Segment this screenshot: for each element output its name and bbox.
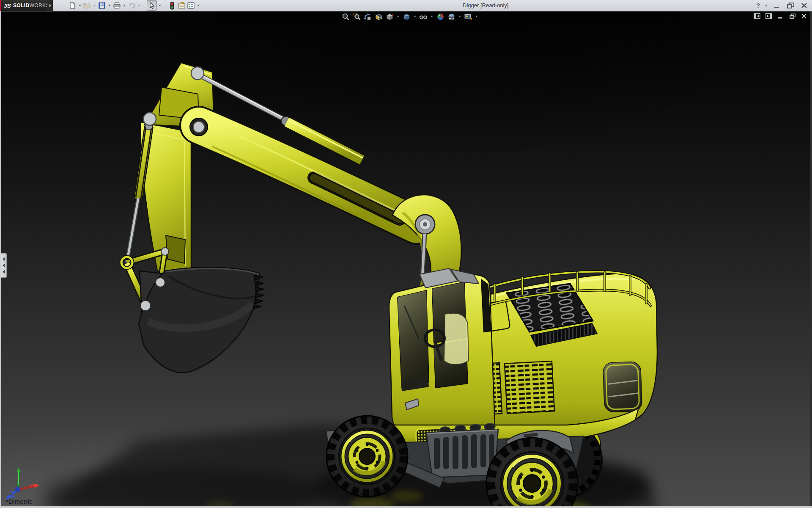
main-boom-arm <box>199 125 417 237</box>
zoom-to-area-icon[interactable] <box>352 12 361 21</box>
display-style-dropdown[interactable] <box>413 12 417 21</box>
view-orientation-icon[interactable] <box>385 12 394 21</box>
view-orientation-dropdown[interactable] <box>396 12 400 21</box>
document-title: Digger [Read-only] <box>463 2 508 8</box>
graphics-viewport[interactable]: *Dimetric <box>0 11 812 508</box>
3ds-logo-mark: 3S <box>3 3 11 9</box>
brand-bold: SOLID <box>13 3 30 8</box>
restore-button[interactable] <box>785 1 796 10</box>
help-button[interactable]: ? <box>755 2 761 9</box>
model-close-icon[interactable] <box>801 13 808 19</box>
save-document-button[interactable] <box>97 1 107 10</box>
boom-assembly[interactable] <box>121 63 461 305</box>
select-tool-button[interactable] <box>147 0 157 11</box>
excavator-model[interactable] <box>0 0 812 508</box>
close-button[interactable] <box>798 1 809 10</box>
side-vent-right <box>505 361 554 414</box>
new-document-button[interactable] <box>68 1 77 10</box>
window-controls: ? <box>755 0 809 11</box>
feature-pane-collapsed-tab[interactable] <box>1 253 7 278</box>
window-frame-left <box>0 11 1 508</box>
options-button[interactable] <box>186 1 195 10</box>
display-style-icon[interactable] <box>402 12 411 21</box>
apex-left-pin <box>143 113 156 125</box>
new-document-dropdown[interactable] <box>77 1 82 10</box>
view-settings-dropdown[interactable] <box>475 12 479 21</box>
edit-appearance-icon[interactable] <box>436 12 445 21</box>
hide-show-items-dropdown[interactable] <box>430 12 434 21</box>
apply-scene-dropdown[interactable] <box>458 12 462 21</box>
print-document-button[interactable] <box>112 1 121 10</box>
headsup-view-toolbar <box>341 12 479 21</box>
hide-show-items-icon[interactable] <box>419 12 428 21</box>
model-restore-icon[interactable] <box>789 13 796 19</box>
title-bar: 3S SOLIDWORKS <box>0 0 812 11</box>
model-window-controls <box>753 13 808 19</box>
save-document-dropdown[interactable] <box>107 1 112 10</box>
zoom-to-fit-icon[interactable] <box>341 12 350 21</box>
apply-scene-icon[interactable] <box>447 12 456 21</box>
print-document-dropdown[interactable] <box>121 1 127 10</box>
options-dropdown[interactable] <box>195 1 201 10</box>
help-dropdown[interactable] <box>763 1 769 10</box>
minimize-button[interactable] <box>771 1 782 10</box>
standard-toolbar <box>68 1 201 10</box>
window-frame-bottom <box>0 506 812 508</box>
cab <box>389 268 495 428</box>
model-minimize-icon[interactable] <box>777 13 784 19</box>
undo-button[interactable] <box>127 1 136 10</box>
file-properties-button[interactable] <box>177 1 186 10</box>
toggle-display-pane-icon[interactable] <box>765 13 772 19</box>
front-left-wheel[interactable] <box>326 416 408 497</box>
brand-accent <box>0 0 1 11</box>
brand-name: SOLIDWORKS <box>13 3 49 8</box>
brand-light: WORKS <box>30 3 49 8</box>
rebuild-button[interactable] <box>167 1 177 10</box>
undo-dropdown[interactable] <box>136 1 142 10</box>
bucket[interactable] <box>139 267 264 373</box>
rear-window <box>603 362 642 412</box>
view-orientation-label: *Dimetric <box>6 498 33 505</box>
menu-expand-tab[interactable] <box>47 0 53 11</box>
section-view-icon[interactable] <box>374 12 383 21</box>
toggle-feature-pane-icon[interactable] <box>753 13 760 19</box>
solidworks-logo[interactable]: 3S SOLIDWORKS <box>0 0 47 11</box>
window-frame-right <box>810 11 812 508</box>
open-document-dropdown[interactable] <box>92 1 97 10</box>
view-settings-icon[interactable] <box>464 12 473 21</box>
upper-body[interactable] <box>389 268 657 446</box>
previous-view-icon[interactable] <box>363 12 372 21</box>
apex-pin <box>191 67 204 80</box>
solidworks-window: *Dimetric 3S SOLIDWORKS <box>0 0 812 508</box>
select-tool-dropdown[interactable] <box>157 1 162 10</box>
open-document-button[interactable] <box>82 1 92 10</box>
